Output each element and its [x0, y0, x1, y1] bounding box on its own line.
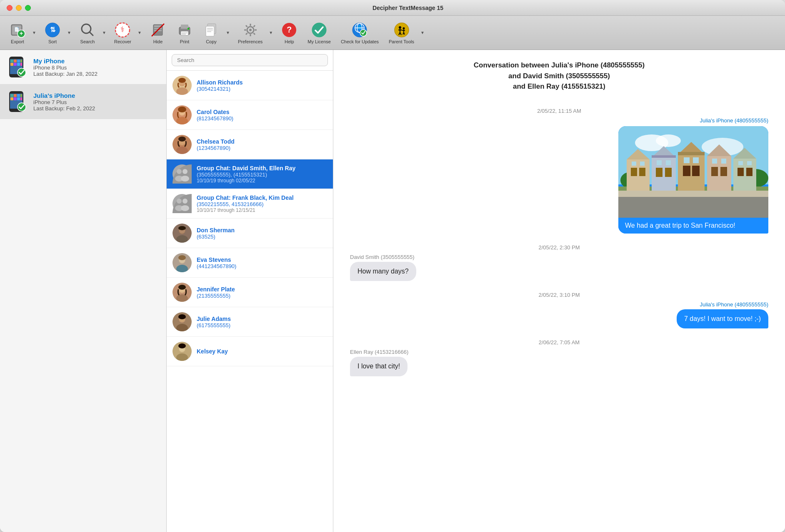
- copy-label: Copy: [206, 39, 217, 44]
- svg-text:📄: 📄: [14, 27, 20, 32]
- svg-rect-61: [10, 60, 13, 62]
- contact-jennifer[interactable]: Jennifer Plate (2135555555): [167, 278, 333, 307]
- contact-eva[interactable]: Eva Stevens (441234567890): [167, 248, 333, 278]
- allison-avatar: [172, 76, 192, 95]
- svg-line-36: [253, 25, 255, 27]
- timestamp-3: 2/05/22, 3:10 PM: [350, 292, 768, 298]
- group-david-icon: [172, 164, 192, 184]
- group-frank-phone: (3502215555, 4153216666): [197, 201, 294, 207]
- svg-rect-168: [746, 168, 752, 176]
- eva-info: Eva Stevens (441234567890): [197, 256, 236, 269]
- svg-rect-152: [678, 154, 705, 191]
- maximize-button[interactable]: [25, 5, 31, 11]
- contact-group-frank[interactable]: Group Chat: Frank Black, Kim Deal (35022…: [167, 189, 333, 219]
- svg-point-85: [178, 78, 186, 83]
- contact-kelsey[interactable]: Kelsey Kay: [167, 337, 333, 366]
- group-david-name: Group Chat: David Smith, Ellen Ray: [197, 165, 295, 172]
- group-frank-date: 10/10/17 through 12/15/21: [197, 207, 294, 213]
- svg-line-37: [246, 33, 248, 35]
- svg-point-101: [172, 194, 192, 213]
- hide-button[interactable]: Hide: [145, 20, 170, 46]
- svg-rect-149: [657, 160, 662, 165]
- copy-button[interactable]: Copy: [199, 20, 224, 46]
- svg-rect-155: [692, 166, 700, 176]
- julias-iphone-info: Julia's iPhone iPhone 7 Plus Last Backup…: [33, 92, 161, 112]
- license-label: My License: [308, 39, 331, 44]
- jennifer-info: Jennifer Plate (2135555555): [197, 286, 235, 299]
- search-input[interactable]: [172, 54, 328, 66]
- svg-rect-74: [17, 94, 20, 97]
- check-updates-button[interactable]: 🌐 Check for Updates: [337, 20, 383, 46]
- contact-carol[interactable]: Carol Oates (81234567890): [167, 100, 333, 130]
- svg-rect-147: [656, 168, 662, 177]
- svg-text:⇅: ⇅: [50, 26, 56, 33]
- svg-rect-170: [747, 161, 752, 165]
- my-license-button[interactable]: My License: [303, 20, 335, 46]
- device-my-iphone[interactable]: My iPhone iPhone 8 Plus Last Backup: Jan…: [0, 50, 166, 85]
- recover-button[interactable]: ⚕ Recover: [110, 20, 135, 46]
- close-button[interactable]: [7, 5, 12, 11]
- jennifer-phone: (2135555555): [197, 293, 235, 299]
- contact-allison[interactable]: Allison Richards (3054214321): [167, 71, 333, 100]
- contact-julie[interactable]: Julie Adams (6175555555): [167, 307, 333, 337]
- help-icon: ?: [281, 22, 298, 38]
- update-icon: 🌐: [351, 22, 368, 38]
- svg-rect-150: [666, 160, 671, 165]
- julias-iphone-model: iPhone 7 Plus: [33, 99, 161, 105]
- contact-chelsea[interactable]: Chelsea Todd (1234567890): [167, 130, 333, 159]
- julie-info: Julie Adams (6175555555): [197, 316, 231, 328]
- david-bubble: How many days?: [350, 262, 416, 281]
- svg-rect-161: [711, 167, 718, 176]
- preferences-button[interactable]: Preferences: [234, 20, 267, 46]
- contact-panel: Allison Richards (3054214321): [167, 50, 333, 532]
- svg-line-58: [401, 30, 402, 30]
- svg-rect-171: [618, 191, 768, 197]
- chelsea-name: Chelsea Todd: [197, 138, 235, 145]
- search-button[interactable]: Search: [75, 20, 100, 46]
- svg-rect-148: [665, 168, 672, 177]
- minimize-button[interactable]: [16, 5, 22, 11]
- svg-rect-156: [684, 157, 690, 163]
- svg-point-95: [178, 137, 186, 142]
- print-label: Print: [180, 39, 190, 44]
- svg-rect-64: [20, 60, 22, 62]
- my-iphone-info: My iPhone iPhone 8 Plus Last Backup: Jan…: [33, 57, 161, 77]
- hide-icon: [150, 22, 166, 38]
- don-info: Don Sherman (63525): [197, 227, 235, 240]
- jennifer-name: Jennifer Plate: [197, 286, 235, 293]
- export-button[interactable]: + 📄 Export: [5, 20, 30, 46]
- chat-panel: Conversation between Julia's iPhone (480…: [333, 50, 785, 532]
- sort-button[interactable]: ⇅ Sort: [40, 20, 65, 46]
- contact-don[interactable]: Don Sherman (63525): [167, 219, 333, 248]
- kelsey-info: Kelsey Kay: [197, 348, 228, 355]
- my-iphone-backup: Last Backup: Jan 28, 2022: [33, 71, 161, 77]
- parent-tools-button[interactable]: Parent Tools: [385, 20, 418, 46]
- traffic-lights: [7, 5, 31, 11]
- svg-rect-67: [17, 63, 20, 66]
- svg-rect-20: [182, 32, 188, 33]
- svg-point-110: [178, 226, 186, 230]
- svg-rect-26: [207, 30, 213, 30]
- contact-group-david[interactable]: Group Chat: David Smith, Ellen Ray (3505…: [167, 159, 333, 189]
- svg-rect-164: [721, 159, 726, 164]
- group-david-info: Group Chat: David Smith, Ellen Ray (3505…: [197, 165, 295, 184]
- svg-rect-27: [207, 31, 211, 32]
- chelsea-phone: (1234567890): [197, 145, 235, 151]
- svg-point-125: [178, 314, 186, 319]
- help-button[interactable]: ? Help: [277, 20, 302, 46]
- svg-point-105: [181, 205, 189, 211]
- allison-name: Allison Richards: [197, 79, 242, 86]
- kelsey-name: Kelsey Kay: [197, 348, 228, 355]
- sf-image: [618, 126, 768, 218]
- ellen-bubble: I love that city!: [350, 357, 408, 376]
- device-julias-iphone[interactable]: Julia's iPhone iPhone 7 Plus Last Backup…: [0, 85, 166, 119]
- search-icon-toolbar: [79, 22, 96, 38]
- copy-icon: [203, 22, 220, 38]
- preferences-label: Preferences: [238, 39, 262, 44]
- svg-text:?: ?: [287, 25, 292, 34]
- export-label: Export: [11, 39, 24, 44]
- print-button[interactable]: Print: [172, 20, 197, 46]
- don-name: Don Sherman: [197, 227, 235, 234]
- svg-rect-65: [10, 63, 13, 66]
- title-bar: Decipher TextMessage 15: [0, 0, 785, 16]
